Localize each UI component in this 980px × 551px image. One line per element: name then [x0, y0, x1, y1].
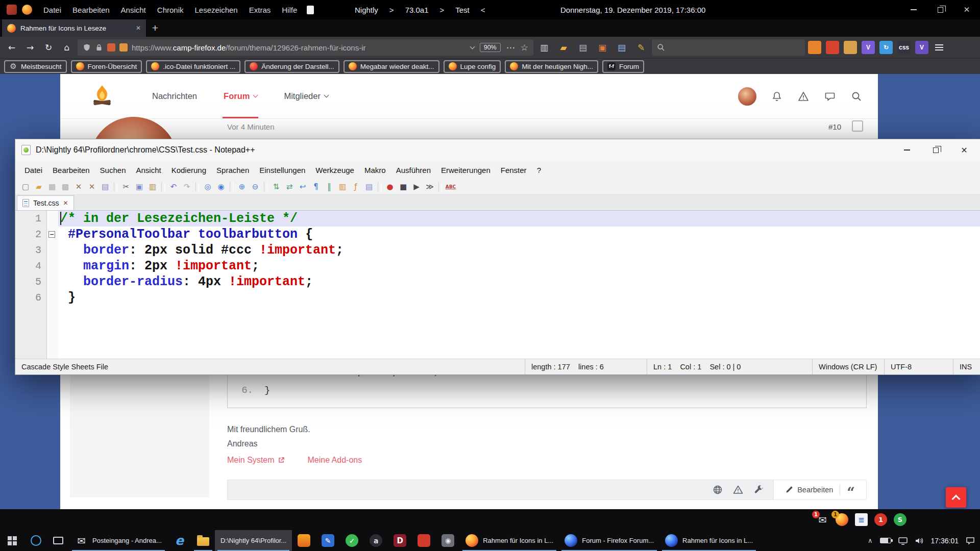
taskbar-clock[interactable]: 17:36:01: [931, 537, 959, 545]
search-input[interactable]: [652, 39, 805, 56]
taskbar-app-camera[interactable]: ◉: [436, 530, 460, 551]
task-view-icon[interactable]: [47, 530, 69, 551]
separator[interactable]: [230, 182, 233, 191]
taskbar-app-nightly-2[interactable]: Rahmen für Icons in L...: [659, 530, 758, 551]
separator[interactable]: [378, 182, 381, 191]
restore-button[interactable]: [927, 0, 953, 19]
bookmark-item[interactable]: .ico-Datei funktioniert ...: [146, 60, 240, 73]
conversations-icon[interactable]: [824, 90, 836, 103]
new-tab-button[interactable]: +: [146, 19, 164, 37]
reload-button[interactable]: ↻: [41, 40, 56, 55]
multiquote-checkbox[interactable]: [852, 120, 863, 132]
word-wrap-icon[interactable]: ↩: [297, 181, 309, 193]
zoom-out-icon[interactable]: ⊖: [249, 181, 261, 193]
notepadpp-tab[interactable]: Test.css ✕: [17, 195, 74, 210]
replace-icon[interactable]: ◉: [215, 181, 227, 193]
separator[interactable]: [161, 182, 165, 191]
bookmark-item[interactable]: Mit der heutigen Nigh...: [505, 60, 598, 73]
battery-icon[interactable]: [880, 538, 891, 543]
start-button[interactable]: [0, 530, 24, 551]
extension-css-icon[interactable]: css: [897, 41, 911, 54]
home-button[interactable]: ⌂: [59, 40, 75, 55]
close-icon[interactable]: ✕: [72, 181, 85, 193]
notepadpp-menu-item[interactable]: Makro: [359, 166, 391, 174]
zoom-in-icon[interactable]: ⊕: [236, 181, 248, 193]
notepadpp-menu-item[interactable]: Erweiterungen: [436, 166, 496, 174]
menubar-item[interactable]: Hilfe: [276, 6, 303, 14]
bookmark-item[interactable]: Änderung der Darstell...: [244, 60, 339, 73]
bookmarks-folder-icon[interactable]: ▰: [556, 40, 571, 55]
menubar-addon-icon-1[interactable]: [7, 5, 17, 15]
notepadpp-close-button[interactable]: ✕: [950, 139, 978, 161]
url-text[interactable]: https://www.camp-firefox.de/forum/thema/…: [132, 43, 467, 52]
menubar-item[interactable]: Ansicht: [115, 6, 152, 14]
cut-icon[interactable]: ✂: [120, 181, 132, 193]
lock-icon[interactable]: [95, 43, 103, 52]
separator[interactable]: [195, 182, 199, 191]
separator[interactable]: [114, 182, 117, 191]
editor-line[interactable]: 6 − }: [15, 290, 980, 306]
extension-v-icon[interactable]: V: [862, 41, 875, 54]
fold-margin[interactable]: −: [47, 258, 58, 274]
editor-line[interactable]: 3 − border: 2px solid #ccc !important;: [15, 242, 980, 258]
edit-button[interactable]: Bearbeiten: [785, 486, 833, 494]
taskbar-app-firefox[interactable]: Rahmen für Icons in L...: [460, 530, 559, 551]
bookmark-star-icon[interactable]: ☆: [521, 42, 528, 53]
show-symbols-icon[interactable]: ¶: [310, 181, 322, 193]
tab-close-icon[interactable]: ✕: [63, 199, 68, 207]
notepadpp-menu-item[interactable]: Sprachen: [211, 166, 254, 174]
sync-vertical-icon[interactable]: ⇅: [270, 181, 282, 193]
code-editor[interactable]: 1 − /* in der Lesezeichen-Leiste */ 2 − …: [15, 211, 980, 359]
moderation-alert-icon[interactable]: [797, 90, 810, 103]
notepadpp-menu-item[interactable]: Ausführen: [391, 166, 436, 174]
taskbar-app-orange[interactable]: [292, 530, 316, 551]
find-icon[interactable]: ◎: [202, 181, 214, 193]
reader-icon[interactable]: ▤: [614, 40, 629, 55]
tracking-shield-icon[interactable]: [83, 43, 91, 52]
tab-close-icon[interactable]: ✕: [136, 24, 141, 32]
forum-nav-item[interactable]: Forum: [210, 74, 271, 118]
extension-red-icon[interactable]: [826, 41, 839, 54]
volume-icon[interactable]: [915, 537, 924, 545]
doc-map-icon[interactable]: ▥: [336, 181, 349, 193]
browser-tab[interactable]: Rahmen für Icons in Leseze ✕: [2, 19, 146, 37]
bookmark-item[interactable]: Lupe config: [444, 60, 501, 73]
user-avatar[interactable]: [738, 87, 756, 106]
extension-v2-icon[interactable]: V: [915, 41, 928, 54]
taskbar-app-edge[interactable]: e: [167, 530, 191, 551]
status-eol-format[interactable]: Windows (CR LF): [812, 359, 884, 374]
urlbar-dropdown-icon[interactable]: [470, 44, 475, 49]
notepadpp-menu-item[interactable]: Werkzeuge: [310, 166, 359, 174]
tray-alert-icon[interactable]: 1: [874, 513, 887, 526]
bookmark-item[interactable]: f-f Forum: [602, 60, 644, 73]
notepadpp-menu-item[interactable]: Ansicht: [131, 166, 166, 174]
new-file-icon[interactable]: ▢: [19, 181, 32, 193]
fold-margin[interactable]: −: [47, 211, 58, 227]
editor-line[interactable]: 5 − border-radius: 4px !important;: [15, 274, 980, 290]
editor-line[interactable]: 4 − margin: 2px !important;: [15, 258, 980, 274]
record-macro-icon[interactable]: ●: [384, 181, 396, 193]
notepadpp-menu-item[interactable]: Bearbeiten: [47, 166, 95, 174]
undo-icon[interactable]: ↶: [167, 181, 180, 193]
copy-icon[interactable]: ▣: [133, 181, 145, 193]
paste-icon[interactable]: ▥: [146, 181, 159, 193]
forum-nav-item[interactable]: Mitglieder: [271, 74, 341, 118]
post-number[interactable]: #10: [828, 122, 841, 131]
multi-play-icon[interactable]: ≫: [424, 181, 436, 193]
notepadpp-minimize-button[interactable]: [893, 139, 921, 161]
moderation-wrench-icon[interactable]: [751, 482, 766, 497]
editor-line[interactable]: 2 − #PersonalToolbar toolbarbutton {: [15, 227, 980, 242]
tray-firefox-icon[interactable]: 1: [836, 513, 848, 526]
notepadpp-menu-item[interactable]: Datei: [19, 166, 47, 174]
menubar-addon-icon-2[interactable]: [22, 5, 32, 15]
bookmark-item[interactable]: Megabar wieder deakt...: [344, 60, 439, 73]
action-center-icon[interactable]: [966, 537, 975, 545]
close-button[interactable]: ✕: [953, 0, 980, 19]
report-warning-icon[interactable]: [730, 482, 746, 497]
highlighter-icon[interactable]: ✎: [633, 40, 649, 55]
fold-margin[interactable]: −: [47, 274, 58, 290]
taskbar-app-red[interactable]: [412, 530, 436, 551]
menubar-item[interactable]: Datei: [38, 6, 67, 14]
signature-link[interactable]: Meine Add-ons: [307, 456, 362, 465]
separator[interactable]: [264, 182, 267, 191]
